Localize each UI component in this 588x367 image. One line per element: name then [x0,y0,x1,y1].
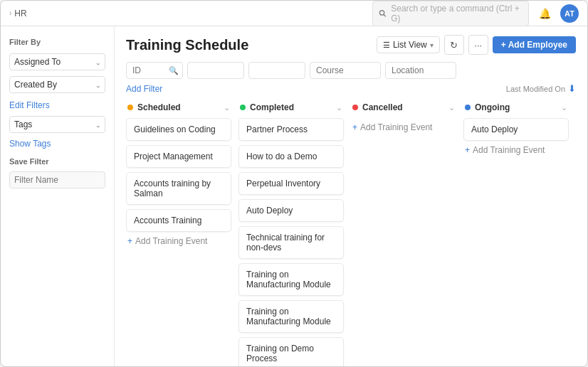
assigned-to-wrapper[interactable]: Assigned To [9,53,105,70]
list-view-label: List View [393,40,427,50]
kanban-card[interactable]: Technical training for non-devs [238,226,344,259]
kanban-col-ongoing: Ongoing⌄Auto Deploy+ Add Training Event [463,100,569,361]
kanban-card[interactable]: Training on Manufacturing Module [238,300,344,333]
tags-select[interactable]: Tags [9,116,105,133]
card-text: Perpetual Inventory [246,179,320,188]
kanban-card[interactable]: Auto Deploy [463,118,569,141]
card-text: Technical training for non-devs [246,233,325,252]
show-tags-link[interactable]: Show Tags [9,139,105,149]
card-text: Accounts Training [134,216,201,225]
assigned-to-select[interactable]: Assigned To [9,53,105,70]
add-plus-icon: + [127,236,132,246]
add-employee-button[interactable]: + Add Employee [493,36,576,53]
kanban-card[interactable]: Perpetual Inventory [238,172,344,195]
card-text: Training on Manufacturing Module [246,307,331,326]
add-event-label: Add Training Event [135,236,207,246]
header-actions: ☰ List View ▾ ↻ ··· + Add Employee [377,35,576,55]
main-content: Training Schedule ☰ List View ▾ ↻ ··· + … [115,26,587,366]
last-modified-icon[interactable]: ⬇ [568,83,576,94]
kanban-card[interactable]: Project Management [126,145,231,168]
svg-point-0 [379,10,384,14]
card-text: Accounts training by Salman [134,179,211,198]
location-filter-input[interactable] [385,62,456,79]
col-header-scheduled: Scheduled⌄ [126,100,231,118]
kanban-col-completed: Completed⌄Partner ProcessHow to do a Dem… [238,100,344,361]
page-header: Training Schedule ☰ List View ▾ ↻ ··· + … [126,35,576,55]
cards-ongoing: Auto Deploy [463,118,569,141]
col-chevron-completed[interactable]: ⌄ [336,103,342,112]
col-dot-scheduled [127,105,133,110]
global-search[interactable]: Search or type a command (Ctrl + G) [372,1,529,26]
page-title: Training Schedule [126,37,248,53]
add-event-label: Add Training Event [473,145,545,155]
col-chevron-scheduled[interactable]: ⌄ [224,103,230,112]
col-title-ongoing: Ongoing [475,102,510,112]
filter-by-label: Filter By [9,38,105,46]
kanban-card[interactable]: How to do a Demo [238,145,344,168]
course-filter-input[interactable] [310,62,381,79]
add-event-btn-cancelled[interactable]: + Add Training Event [351,118,456,137]
card-text: Auto Deploy [471,124,518,134]
kanban-card[interactable]: Accounts Training [126,209,231,232]
kanban-board: Scheduled⌄Guidelines on CodingProject Ma… [126,100,576,366]
col-header-completed: Completed⌄ [238,100,344,118]
id-search-icon: 🔍 [169,66,179,75]
top-nav: › HR Search or type a command (Ctrl + G)… [1,1,587,26]
tags-wrapper[interactable]: Tags [9,116,105,133]
add-filter-row: Add Filter Last Modified On ⬇ [126,83,576,94]
kanban-card[interactable]: Auto Deploy [238,199,344,222]
kanban-card[interactable]: Partner Process [238,118,344,141]
cards-scheduled: Guidelines on CodingProject ManagementAc… [126,118,231,232]
col-title-completed: Completed [250,102,294,112]
breadcrumb[interactable]: › HR [9,9,27,18]
col-dot-ongoing [465,105,471,110]
filter-input-2[interactable] [187,62,244,79]
add-event-btn-ongoing[interactable]: + Add Training Event [463,141,569,159]
card-text: Training on Demo Process [246,344,314,363]
created-by-select[interactable]: Created By [9,76,105,93]
id-filter-wrap[interactable]: 🔍 [126,62,183,79]
filter-name-input[interactable] [9,171,105,188]
card-text: Guidelines on Coding [134,124,216,134]
col-title-scheduled: Scheduled [137,102,181,112]
add-event-btn-scheduled[interactable]: + Add Training Event [126,232,231,250]
add-event-label: Add Training Event [360,122,432,132]
col-header-cancelled: Cancelled⌄ [351,100,456,118]
search-placeholder: Search or type a command (Ctrl + G) [391,4,523,23]
card-text: Project Management [134,151,213,161]
list-view-button[interactable]: ☰ List View ▾ [377,36,440,53]
more-options-button[interactable]: ··· [468,35,488,55]
col-chevron-cancelled[interactable]: ⌄ [448,103,455,112]
add-filter-link[interactable]: Add Filter [126,84,162,94]
kanban-card[interactable]: Training on Demo Process💬1 [238,337,344,366]
filters-row: 🔍 [126,62,576,79]
col-dot-cancelled [352,105,358,110]
col-dot-completed [240,105,246,110]
last-modified-label: Last Modified On [506,85,565,93]
filter-input-3[interactable] [248,62,305,79]
kanban-card[interactable]: Guidelines on Coding [126,118,231,141]
card-text: Training on Manufacturing Module [246,270,331,289]
card-text: Partner Process [246,124,308,134]
col-title-cancelled: Cancelled [362,102,403,112]
edit-filters-link[interactable]: Edit Filters [9,100,105,110]
refresh-button[interactable]: ↻ [444,35,464,55]
notification-icon[interactable]: 🔔 [535,4,555,23]
svg-line-1 [384,14,386,16]
col-header-ongoing: Ongoing⌄ [463,100,569,118]
kanban-card[interactable]: Accounts training by Salman [126,172,231,205]
add-plus-icon: + [465,145,470,155]
save-filter-label: Save Filter [9,157,105,166]
col-chevron-ongoing[interactable]: ⌄ [561,103,567,112]
kanban-col-cancelled: Cancelled⌄+ Add Training Event [351,100,456,361]
kanban-col-scheduled: Scheduled⌄Guidelines on CodingProject Ma… [126,100,231,361]
card-text: Auto Deploy [246,206,293,216]
cards-completed: Partner ProcessHow to do a DemoPerpetual… [238,118,344,366]
sidebar: Filter By Assigned To Created By Edit Fi… [1,26,115,366]
breadcrumb-label: HR [14,9,26,18]
created-by-wrapper[interactable]: Created By [9,76,105,93]
kanban-card[interactable]: Training on Manufacturing Module [238,263,344,296]
card-text: How to do a Demo [246,151,317,161]
avatar[interactable]: AT [560,4,579,23]
add-plus-icon: + [352,122,357,132]
